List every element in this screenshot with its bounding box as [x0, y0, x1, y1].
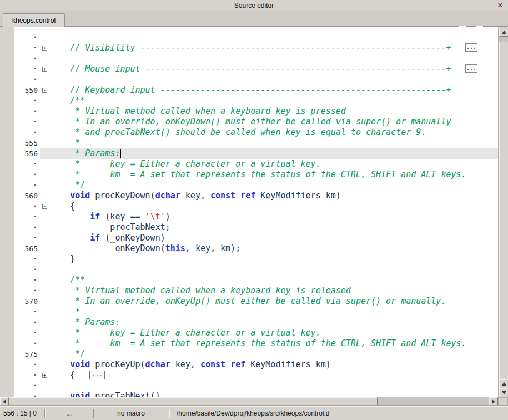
fold-margin: [40, 275, 50, 286]
code-line[interactable]: • if (_onKeyDown): [14, 233, 498, 243]
code-line[interactable]: • * km = A set that represents the statu…: [14, 169, 498, 180]
fold-margin: -: [40, 85, 50, 96]
code-line[interactable]: •: [14, 53, 498, 64]
code-line[interactable]: •: [14, 74, 498, 85]
fold-margin: [40, 180, 50, 191]
code-line[interactable]: • /**: [14, 96, 498, 106]
code-text: void procKeyUp(dchar key, const ref KeyM…: [50, 359, 498, 370]
code-token: KeyModifiers km): [255, 191, 341, 201]
code-line[interactable]: •: [14, 32, 498, 43]
gutter-cell: •: [14, 169, 40, 180]
collapsed-fold-indicator[interactable]: ...: [465, 43, 477, 52]
code-token: dchar: [145, 359, 170, 369]
code-line[interactable]: • * In an override, onKeyDown() must eit…: [14, 117, 498, 127]
fold-margin: [40, 359, 50, 370]
code-token: * Virtual method called when a keyboard …: [50, 286, 351, 296]
code-line[interactable]: •+ {...: [14, 370, 498, 381]
fold-margin: [40, 328, 50, 338]
gutter-cell: •: [14, 201, 40, 212]
code-area[interactable]: ••+ // Visibility ----------------------…: [14, 27, 498, 398]
code-line[interactable]: •+ // Visibility -----------------------…: [14, 43, 498, 53]
code-line[interactable]: • */: [14, 180, 498, 191]
scroll-down-button[interactable]: [499, 388, 508, 397]
code-line[interactable]: 556 * Params:: [14, 148, 498, 159]
gutter-cell: •: [14, 96, 40, 106]
code-line[interactable]: 570 * In an override, onKeyUp() must eit…: [14, 296, 498, 307]
scroll-right-button[interactable]: [489, 397, 498, 406]
code-token: * In an override, onKeyDown() must eithe…: [50, 117, 451, 127]
code-token: KeyModifiers km): [245, 359, 331, 369]
fold-toggle-icon[interactable]: +: [42, 67, 47, 72]
code-line[interactable]: • * and procTabNext() should be called w…: [14, 127, 498, 138]
code-line[interactable]: •- {: [14, 201, 498, 212]
code-line[interactable]: • *: [14, 307, 498, 317]
code-text: /**: [50, 275, 498, 286]
code-line[interactable]: • * Virtual method called when a keyboar…: [14, 106, 498, 117]
collapsed-fold-indicator[interactable]: ...: [89, 371, 105, 379]
fold-margin: [40, 159, 50, 169]
code-line[interactable]: 575 */: [14, 349, 498, 359]
tab-kheops-control[interactable]: kheops.control: [3, 13, 65, 27]
gutter-cell: •: [14, 159, 40, 169]
code-text: [50, 381, 498, 391]
code-line[interactable]: • }: [14, 254, 498, 264]
code-line[interactable]: • * km = A set that represents the statu…: [14, 338, 498, 349]
code-text: // Keyboard input ----------------------…: [50, 85, 498, 96]
code-token: *: [50, 138, 80, 148]
scroll-left-button[interactable]: [0, 397, 9, 406]
fold-toggle-icon[interactable]: +: [42, 46, 47, 51]
code-line[interactable]: • * key = Either a character or a virtua…: [14, 159, 498, 169]
code-text: {: [50, 201, 498, 212]
code-line[interactable]: 565 _onKeyDown(this, key, km);: [14, 243, 498, 254]
gutter-cell: •: [14, 275, 40, 286]
code-line[interactable]: 550- // Keyboard input -----------------…: [14, 85, 498, 96]
collapsed-fold-indicator[interactable]: ...: [465, 64, 477, 73]
code-line[interactable]: • procTabNext;: [14, 222, 498, 233]
code-line[interactable]: •: [14, 381, 498, 391]
code-line[interactable]: 560 void procKeyDown(dchar key, const re…: [14, 191, 498, 201]
code-token: * km = A set that represents the status …: [50, 169, 466, 179]
close-icon[interactable]: ✕: [496, 1, 505, 10]
horizontal-scrollbar-thumb[interactable]: [9, 397, 378, 406]
code-token: [50, 359, 70, 369]
code-line[interactable]: • /**: [14, 275, 498, 286]
code-token: [235, 191, 240, 201]
code-token: if: [90, 212, 100, 222]
code-line[interactable]: • * Virtual method called when a keyboar…: [14, 286, 498, 296]
scrollbar-corner: [498, 397, 508, 406]
fold-toggle-icon[interactable]: -: [42, 88, 47, 93]
vertical-scrollbar[interactable]: [498, 28, 508, 397]
code-line[interactable]: • * key = Either a character or a virtua…: [14, 328, 498, 338]
code-line[interactable]: 555 *: [14, 138, 498, 148]
status-separator: [169, 409, 170, 418]
code-text: * km = A set that represents the status …: [50, 169, 498, 180]
fold-toggle-icon[interactable]: -: [42, 204, 47, 209]
code-text: if (_onKeyDown): [50, 233, 498, 243]
horizontal-scrollbar[interactable]: [0, 397, 498, 406]
gutter-cell: 556: [14, 148, 40, 159]
code-line[interactable]: • void procKeyUp(dchar key, const ref Ke…: [14, 359, 498, 370]
code-token: * Params:: [50, 148, 120, 158]
code-line[interactable]: •: [14, 264, 498, 275]
fold-margin: +: [40, 64, 50, 74]
fold-margin: [40, 381, 50, 391]
code-line[interactable]: •+ // Mouse input ----------------------…: [14, 64, 498, 74]
code-line[interactable]: • if (key == '\t'): [14, 212, 498, 222]
code-text: [50, 53, 498, 64]
scroll-up-button[interactable]: [499, 28, 508, 37]
fold-margin: [40, 74, 50, 85]
fold-margin: [40, 106, 50, 117]
code-token: this: [165, 243, 185, 253]
vertical-scrollbar-thumb[interactable]: [499, 42, 508, 379]
scroll-up-button-bottom[interactable]: [499, 379, 508, 388]
fold-margin: [40, 32, 50, 43]
code-text: if (key == '\t'): [50, 212, 498, 222]
window-titlebar[interactable]: Source editor ✕: [0, 0, 508, 11]
code-token: */: [50, 349, 85, 359]
fold-toggle-icon[interactable]: +: [42, 373, 47, 378]
code-text: * In an override, onKeyUp() must either …: [50, 296, 498, 307]
code-token: procKeyDown(: [90, 191, 155, 201]
gutter-cell: 570: [14, 296, 40, 307]
fold-margin: [40, 296, 50, 307]
code-line[interactable]: • * Params:: [14, 317, 498, 328]
